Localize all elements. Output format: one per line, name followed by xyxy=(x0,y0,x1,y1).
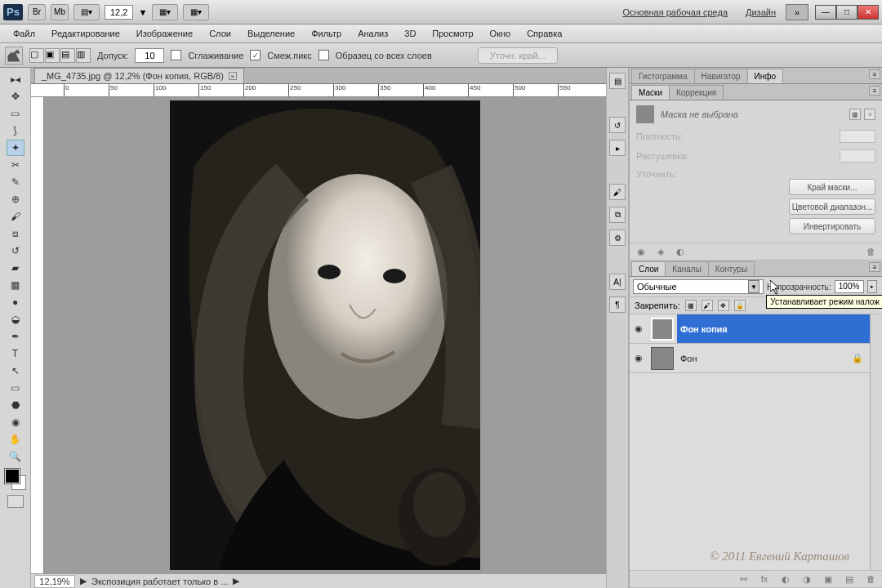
opacity-input[interactable]: 100% xyxy=(835,280,864,293)
tab-layers[interactable]: Слои xyxy=(631,261,666,276)
3d-tool[interactable]: ⬣ xyxy=(7,397,24,413)
3d-camera-tool[interactable]: ◉ xyxy=(7,414,24,430)
zoom-tool[interactable]: 🔍 xyxy=(7,448,24,465)
layer-row[interactable]: ◉ Фон🔒 xyxy=(630,344,870,373)
mask-select-icon[interactable]: ◈ xyxy=(654,246,667,257)
tab-masks[interactable]: Маски xyxy=(631,85,670,100)
history-panel-icon[interactable]: ↺ xyxy=(609,117,626,133)
document-tab-close-icon[interactable]: × xyxy=(229,72,237,80)
panel-menu-icon[interactable]: ≡ xyxy=(869,262,880,272)
blur-tool[interactable]: ● xyxy=(7,294,24,310)
density-input[interactable] xyxy=(840,130,875,143)
menu-layer[interactable]: Слои xyxy=(201,26,239,41)
actions-panel-icon[interactable]: ▸ xyxy=(609,140,626,156)
zoom-display[interactable]: 12,2 xyxy=(105,5,133,20)
tool-preset-icon[interactable] xyxy=(5,47,23,65)
visibility-icon[interactable]: ◉ xyxy=(630,323,648,334)
tab-navigator[interactable]: Навигатор xyxy=(694,69,748,83)
antialias-checkbox[interactable] xyxy=(171,50,181,60)
refine-edge-button[interactable]: Уточн. край... xyxy=(478,47,558,64)
type-tool[interactable]: T xyxy=(7,345,24,362)
panel-menu-icon[interactable]: ≡ xyxy=(869,69,880,79)
quick-mask-toggle[interactable] xyxy=(7,495,24,508)
panel-icon-1[interactable]: ▤ xyxy=(609,73,626,89)
contiguous-checkbox[interactable]: ✓ xyxy=(250,50,261,60)
panel-menu-icon[interactable]: ≡ xyxy=(869,86,880,96)
layer-mask-icon[interactable]: ◐ xyxy=(779,573,792,585)
feather-input[interactable] xyxy=(840,149,875,163)
handle-icon[interactable]: ▸◂ xyxy=(7,71,24,87)
arrange-dropdown[interactable]: ▦▾ xyxy=(152,4,178,20)
mask-apply-icon[interactable]: ◐ xyxy=(674,246,687,257)
brushes-panel-icon[interactable]: 🖌 xyxy=(609,184,626,200)
mask-edge-button[interactable]: Край маски... xyxy=(789,179,875,195)
delete-layer-icon[interactable]: 🗑 xyxy=(864,573,877,585)
new-layer-icon[interactable]: ▤ xyxy=(843,573,856,585)
paragraph-panel-icon[interactable]: ¶ xyxy=(609,296,626,313)
layer-thumb[interactable] xyxy=(651,347,674,370)
lasso-tool[interactable]: ⟆ xyxy=(7,122,24,139)
healing-tool[interactable]: ⊕ xyxy=(7,191,24,207)
menu-help[interactable]: Справка xyxy=(519,26,570,41)
screen-mode-dropdown[interactable]: ▤▾ xyxy=(74,4,100,20)
lock-all-icon[interactable]: 🔒 xyxy=(734,300,746,311)
link-layers-icon[interactable]: ⚯ xyxy=(737,573,750,585)
layer-thumb[interactable] xyxy=(651,318,674,341)
opacity-flyout-icon[interactable]: ▸ xyxy=(867,280,877,293)
all-layers-checkbox[interactable] xyxy=(318,50,329,60)
adjustment-layer-icon[interactable]: ◑ xyxy=(800,573,813,585)
fg-color-swatch[interactable] xyxy=(5,469,20,483)
color-range-button[interactable]: Цветовой диапазон... xyxy=(789,198,875,215)
window-maximize-button[interactable]: □ xyxy=(836,5,858,20)
pixel-mask-icon[interactable]: ▦ xyxy=(849,109,861,120)
layer-fx-icon[interactable]: fx xyxy=(758,573,771,585)
tab-histogram[interactable]: Гистограмма xyxy=(631,69,695,83)
extras-dropdown[interactable]: ▦▾ xyxy=(183,4,209,20)
tool-presets-panel-icon[interactable]: ⚙ xyxy=(609,229,626,246)
hand-tool[interactable]: ✋ xyxy=(7,431,24,448)
shape-tool[interactable]: ▭ xyxy=(7,380,24,396)
document-tab[interactable]: _MG_4735.jpg @ 12,2% (Фон копия, RGB/8) … xyxy=(34,68,244,83)
workspace-expand-button[interactable]: » xyxy=(786,4,808,20)
character-panel-icon[interactable]: A| xyxy=(609,274,626,290)
mask-eye-icon[interactable]: ◉ xyxy=(635,246,648,257)
menu-3d[interactable]: 3D xyxy=(396,26,424,41)
lock-position-icon[interactable]: ✥ xyxy=(718,300,729,311)
selection-new-icon[interactable]: ▢ xyxy=(29,48,44,63)
selection-subtract-icon[interactable]: ▤ xyxy=(60,48,75,63)
selection-add-icon[interactable]: ▣ xyxy=(45,48,60,63)
tab-paths[interactable]: Контуры xyxy=(708,261,755,276)
menu-analysis[interactable]: Анализ xyxy=(350,26,396,41)
selection-intersect-icon[interactable]: ▥ xyxy=(76,48,91,63)
blend-mode-dropdown[interactable]: Обычные ▼ xyxy=(633,279,764,294)
crop-tool[interactable]: ✂ xyxy=(7,157,24,173)
path-select-tool[interactable]: ↖ xyxy=(7,363,24,379)
lock-transparent-icon[interactable]: ▦ xyxy=(685,300,697,311)
tab-channels[interactable]: Каналы xyxy=(665,261,709,276)
workspace-main-link[interactable]: Основная рабочая среда xyxy=(614,4,736,20)
group-icon[interactable]: ▣ xyxy=(822,573,835,585)
eyedropper-tool[interactable]: ✎ xyxy=(7,174,24,190)
vector-mask-icon[interactable]: ✧ xyxy=(864,109,875,120)
bridge-icon[interactable]: Br xyxy=(28,4,46,20)
canvas[interactable] xyxy=(44,97,606,573)
history-brush-tool[interactable]: ↺ xyxy=(7,243,24,259)
layer-row[interactable]: ◉ Фон копия xyxy=(630,314,870,344)
menu-view[interactable]: Просмотр xyxy=(424,26,481,41)
menu-file[interactable]: Файл xyxy=(5,26,43,41)
zoom-arrow[interactable]: ▼ xyxy=(138,7,147,17)
workspace-design-link[interactable]: Дизайн xyxy=(737,4,784,20)
window-close-button[interactable]: ✕ xyxy=(858,5,879,20)
menu-window[interactable]: Окно xyxy=(482,26,519,41)
lock-pixels-icon[interactable]: 🖌 xyxy=(702,300,713,311)
clone-panel-icon[interactable]: ⧉ xyxy=(609,207,626,223)
menu-edit[interactable]: Редактирование xyxy=(43,26,128,41)
tolerance-input[interactable]: 10 xyxy=(135,48,164,63)
pen-tool[interactable]: ✒ xyxy=(7,328,24,345)
gradient-tool[interactable]: ▦ xyxy=(7,277,24,293)
dodge-tool[interactable]: ◒ xyxy=(7,311,24,327)
minibridge-icon[interactable]: Mb xyxy=(51,4,69,20)
chevron-down-icon[interactable]: ▼ xyxy=(748,280,760,293)
window-minimize-button[interactable]: — xyxy=(815,5,836,20)
scrollbar[interactable] xyxy=(870,314,882,570)
